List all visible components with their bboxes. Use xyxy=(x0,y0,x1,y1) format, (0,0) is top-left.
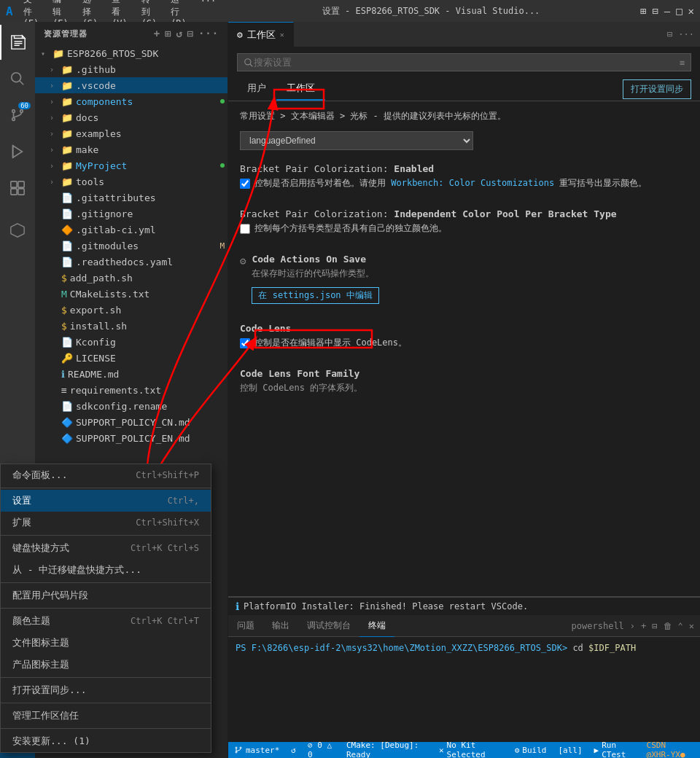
menu-command-palette[interactable]: 命令面板... Ctrl+Shift+P xyxy=(1,464,211,486)
status-sync[interactable]: ↺ xyxy=(285,742,302,758)
menu-color-theme[interactable]: 颜色主题 Ctrl+K Ctrl+T xyxy=(1,610,211,632)
tab-workspace[interactable]: 工作区 xyxy=(276,77,325,101)
menu-migrate-keyboard[interactable]: 从 - 中迁移键盘快捷方式... xyxy=(1,559,211,581)
bracket-enabled-checkbox[interactable] xyxy=(240,179,250,189)
tree-item-examples[interactable]: › 📁 examples xyxy=(35,125,228,141)
panel-tab-output[interactable]: 输出 xyxy=(263,615,298,637)
tree-item-readme[interactable]: › ℹ README.md xyxy=(35,366,228,382)
status-all[interactable]: [all] xyxy=(552,742,588,758)
tree-item-gitignore[interactable]: › 📄 .gitignore xyxy=(35,206,228,222)
code-actions-gear-icon[interactable]: ⚙ xyxy=(240,255,246,267)
codelens-font-title: Code Lens Font Family xyxy=(240,368,688,379)
minimize-button[interactable]: — xyxy=(664,5,670,17)
panel-tabs: 问题 输出 调试控制台 终端 powershell › + ⊟ 🗑 ⌃ ✕ xyxy=(228,615,700,637)
menu-open-sync[interactable]: 打开设置同步... xyxy=(1,679,211,701)
tab-settings[interactable]: ⚙ 工作区 ✕ xyxy=(228,22,294,47)
status-cmake[interactable]: CMake: [Debug]: Ready xyxy=(341,742,433,758)
more-tabs-icon[interactable]: ··· xyxy=(678,29,694,39)
codelens-title: Code Lens xyxy=(240,323,688,334)
panel-actions: powershell › + ⊟ 🗑 ⌃ ✕ xyxy=(572,621,700,631)
status-kit[interactable]: ✕ No Kit Selected xyxy=(433,742,509,758)
menu-extensions[interactable]: 扩展 Ctrl+Shift+X xyxy=(1,512,211,534)
activity-explorer[interactable] xyxy=(0,25,35,60)
refresh-icon[interactable]: ↺ xyxy=(176,28,182,39)
filter-icon[interactable]: ≡ xyxy=(680,58,685,68)
sync-button[interactable]: 打开设置同步 xyxy=(623,79,691,99)
tree-item-docs[interactable]: › 📁 docs xyxy=(35,109,228,125)
svg-point-17 xyxy=(245,58,251,64)
tree-item-support-en[interactable]: › 🔷 SUPPORT_POLICY_EN.md xyxy=(35,430,228,446)
tree-item-addpath[interactable]: › $ add_path.sh xyxy=(35,270,228,286)
layout-icon[interactable]: ⊞ xyxy=(640,5,646,17)
tab-user[interactable]: 用户 xyxy=(237,77,276,101)
status-errors[interactable]: ⊘ 0 △ 0 xyxy=(302,742,341,758)
menu-update[interactable]: 安装更新... (1) xyxy=(1,730,211,752)
tree-item-tools[interactable]: › 📁 tools xyxy=(35,173,228,190)
svg-line-18 xyxy=(250,63,253,66)
menu-product-icon[interactable]: 产品图标主题 xyxy=(1,654,211,676)
tree-item-gitlab[interactable]: › 🔶 .gitlab-ci.yml xyxy=(35,222,228,238)
maximize-button[interactable]: □ xyxy=(676,5,682,17)
tree-item-kconfig[interactable]: › 📄 Kconfig xyxy=(35,334,228,350)
close-panel-icon[interactable]: ✕ xyxy=(689,621,694,631)
vscode-logo: A xyxy=(6,4,13,18)
activity-run[interactable] xyxy=(0,134,35,169)
panel-tab-terminal[interactable]: 终端 xyxy=(359,615,394,637)
maximize-panel-icon[interactable]: ⌃ xyxy=(678,621,683,631)
extensions-label: 扩展 xyxy=(12,516,31,529)
status-branch[interactable]: master* xyxy=(228,742,285,758)
tree-item-sdkconfig[interactable]: › 📄 sdkconfig.rename xyxy=(35,398,228,414)
svg-line-4 xyxy=(20,81,24,85)
branch-label: master* xyxy=(246,746,279,755)
gitmodules-badge: M xyxy=(219,241,225,251)
panel-tab-problems[interactable]: 问题 xyxy=(228,615,263,637)
menu-snippets[interactable]: 配置用户代码片段 xyxy=(1,585,211,606)
activity-platformio[interactable] xyxy=(0,213,35,248)
split-editor-icon[interactable]: ⊟ xyxy=(667,29,672,39)
menu-trust[interactable]: 管理工作区信任 xyxy=(1,705,211,727)
terminal-shell-chevron[interactable]: › xyxy=(630,621,635,631)
language-dropdown[interactable]: languageDefined xyxy=(240,131,473,150)
tree-item-license[interactable]: › 🔑 LICENSE xyxy=(35,350,228,366)
tree-item-exportsh[interactable]: › $ export.sh xyxy=(35,302,228,318)
status-build[interactable]: ⚙ Build xyxy=(509,742,553,758)
panel-tab-debug[interactable]: 调试控制台 xyxy=(298,615,359,637)
split-terminal-icon[interactable]: ⊟ xyxy=(652,621,657,631)
new-file-icon[interactable]: + xyxy=(154,28,160,39)
menu-keyboard[interactable]: 键盘快捷方式 Ctrl+K Ctrl+S xyxy=(1,537,211,559)
activity-search[interactable] xyxy=(0,61,35,96)
svg-point-19 xyxy=(236,751,237,753)
codelens-checkbox[interactable] xyxy=(240,338,250,348)
activity-source-control[interactable]: 60 xyxy=(0,98,35,133)
tree-item-make[interactable]: › 📁 make xyxy=(35,141,228,157)
split-icon[interactable]: ⊟ xyxy=(652,5,658,17)
new-folder-icon[interactable]: ⊞ xyxy=(165,28,171,39)
tree-item-support-cn[interactable]: › 🔷 SUPPORT_POLICY_CN.md xyxy=(35,414,228,430)
collapse-icon[interactable]: ⊟ xyxy=(187,28,194,39)
tree-item-gitmodules[interactable]: › 📄 .gitmodules M xyxy=(35,238,228,254)
tree-item-requirements[interactable]: › ≡ requirements.txt xyxy=(35,382,228,398)
tree-item-myproject[interactable]: › 📁 MyProject xyxy=(35,157,228,173)
tree-item-components[interactable]: › 📁 components xyxy=(35,93,228,109)
tree-item-cmakelists[interactable]: › M CMakeLists.txt xyxy=(35,286,228,302)
activity-extensions[interactable] xyxy=(0,171,35,206)
settings-json-link[interactable]: 在 settings.json 中编辑 xyxy=(252,287,378,304)
status-ctest[interactable]: ▶ Run CTest xyxy=(588,742,641,758)
tab-close-icon[interactable]: ✕ xyxy=(280,31,284,39)
close-button[interactable]: ✕ xyxy=(688,5,694,17)
kill-terminal-icon[interactable]: 🗑 xyxy=(664,621,672,631)
tree-root[interactable]: ▾ 📁 ESP8266_RTOS_SDK xyxy=(35,45,228,61)
bracket-pool-checkbox[interactable] xyxy=(240,224,250,234)
workbench-link[interactable]: Workbench: Color Customizations xyxy=(391,178,554,188)
menu-file-icon[interactable]: 文件图标主题 xyxy=(1,632,211,654)
settings-search-input[interactable] xyxy=(254,57,680,68)
tree-item-installsh[interactable]: › $ install.sh xyxy=(35,318,228,334)
menu-settings[interactable]: 设置 Ctrl+, xyxy=(1,490,211,512)
settings-search[interactable]: ≡ xyxy=(237,53,691,71)
new-terminal-icon[interactable]: + xyxy=(641,621,646,631)
tree-item-readthedocs[interactable]: › 📄 .readthedocs.yaml xyxy=(35,254,228,270)
tree-item-vscode[interactable]: › 📁 .vscode xyxy=(35,77,228,93)
tree-item-gitattributes[interactable]: › 📄 .gitattributes xyxy=(35,190,228,206)
tree-item-github[interactable]: › 📁 .github xyxy=(35,61,228,77)
more-icon[interactable]: ··· xyxy=(198,28,219,39)
